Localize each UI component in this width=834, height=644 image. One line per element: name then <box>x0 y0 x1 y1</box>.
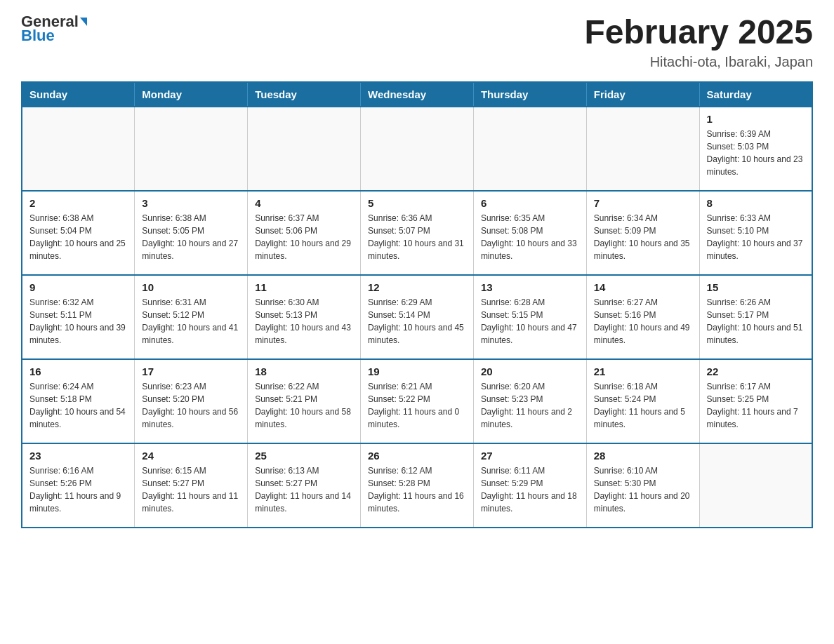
day-number: 17 <box>142 365 240 377</box>
location: Hitachi-ota, Ibaraki, Japan <box>584 54 813 70</box>
day-info: Sunrise: 6:38 AM Sunset: 5:04 PM Dayligh… <box>29 212 127 262</box>
day-info: Sunrise: 6:31 AM Sunset: 5:12 PM Dayligh… <box>142 296 240 347</box>
day-number: 1 <box>707 113 805 125</box>
calendar-cell: 15Sunrise: 6:26 AM Sunset: 5:17 PM Dayli… <box>699 275 812 359</box>
calendar-cell: 12Sunrise: 6:29 AM Sunset: 5:14 PM Dayli… <box>361 275 474 359</box>
calendar-cell <box>473 107 586 191</box>
calendar-cell <box>135 107 248 191</box>
day-info: Sunrise: 6:32 AM Sunset: 5:11 PM Dayligh… <box>29 296 127 347</box>
logo-blue: Blue <box>21 28 55 43</box>
day-number: 21 <box>594 365 692 377</box>
day-info: Sunrise: 6:22 AM Sunset: 5:21 PM Dayligh… <box>255 380 353 431</box>
weekday-header-thursday: Thursday <box>473 82 586 107</box>
day-info: Sunrise: 6:23 AM Sunset: 5:20 PM Dayligh… <box>142 380 240 431</box>
day-info: Sunrise: 6:33 AM Sunset: 5:10 PM Dayligh… <box>707 212 805 262</box>
day-info: Sunrise: 6:13 AM Sunset: 5:27 PM Dayligh… <box>255 464 353 515</box>
calendar-cell: 28Sunrise: 6:10 AM Sunset: 5:30 PM Dayli… <box>586 443 699 528</box>
calendar-cell: 3Sunrise: 6:38 AM Sunset: 5:05 PM Daylig… <box>135 191 248 275</box>
weekday-row: SundayMondayTuesdayWednesdayThursdayFrid… <box>22 82 812 107</box>
calendar-cell: 26Sunrise: 6:12 AM Sunset: 5:28 PM Dayli… <box>361 443 474 528</box>
day-info: Sunrise: 6:18 AM Sunset: 5:24 PM Dayligh… <box>594 380 692 431</box>
weekday-header-friday: Friday <box>586 82 699 107</box>
day-info: Sunrise: 6:11 AM Sunset: 5:29 PM Dayligh… <box>481 464 579 515</box>
calendar-cell: 5Sunrise: 6:36 AM Sunset: 5:07 PM Daylig… <box>361 191 474 275</box>
calendar-cell <box>586 107 699 191</box>
title-block: February 2025 Hitachi-ota, Ibaraki, Japa… <box>584 14 813 70</box>
weekday-header-monday: Monday <box>135 82 248 107</box>
day-number: 16 <box>29 365 127 377</box>
day-number: 2 <box>29 197 127 209</box>
day-number: 19 <box>368 365 466 377</box>
calendar-cell: 13Sunrise: 6:28 AM Sunset: 5:15 PM Dayli… <box>473 275 586 359</box>
day-number: 8 <box>707 197 805 209</box>
day-number: 24 <box>142 450 240 462</box>
calendar-cell: 18Sunrise: 6:22 AM Sunset: 5:21 PM Dayli… <box>248 359 361 443</box>
day-number: 11 <box>255 281 353 293</box>
day-info: Sunrise: 6:17 AM Sunset: 5:25 PM Dayligh… <box>707 380 805 431</box>
calendar-cell: 6Sunrise: 6:35 AM Sunset: 5:08 PM Daylig… <box>473 191 586 275</box>
day-number: 22 <box>707 365 805 377</box>
day-info: Sunrise: 6:27 AM Sunset: 5:16 PM Dayligh… <box>594 296 692 347</box>
day-number: 26 <box>368 450 466 462</box>
calendar-cell <box>22 107 135 191</box>
calendar-table: SundayMondayTuesdayWednesdayThursdayFrid… <box>21 81 813 528</box>
calendar-cell: 16Sunrise: 6:24 AM Sunset: 5:18 PM Dayli… <box>22 359 135 443</box>
day-info: Sunrise: 6:16 AM Sunset: 5:26 PM Dayligh… <box>29 464 127 515</box>
calendar-cell: 14Sunrise: 6:27 AM Sunset: 5:16 PM Dayli… <box>586 275 699 359</box>
day-info: Sunrise: 6:29 AM Sunset: 5:14 PM Dayligh… <box>368 296 466 347</box>
day-number: 10 <box>142 281 240 293</box>
day-info: Sunrise: 6:35 AM Sunset: 5:08 PM Dayligh… <box>481 212 579 262</box>
day-number: 28 <box>594 450 692 462</box>
day-info: Sunrise: 6:39 AM Sunset: 5:03 PM Dayligh… <box>707 128 805 178</box>
calendar-cell: 17Sunrise: 6:23 AM Sunset: 5:20 PM Dayli… <box>135 359 248 443</box>
day-number: 14 <box>594 281 692 293</box>
day-info: Sunrise: 6:12 AM Sunset: 5:28 PM Dayligh… <box>368 464 466 515</box>
day-info: Sunrise: 6:36 AM Sunset: 5:07 PM Dayligh… <box>368 212 466 262</box>
day-number: 13 <box>481 281 579 293</box>
calendar-cell: 2Sunrise: 6:38 AM Sunset: 5:04 PM Daylig… <box>22 191 135 275</box>
calendar-cell: 7Sunrise: 6:34 AM Sunset: 5:09 PM Daylig… <box>586 191 699 275</box>
calendar-week-row: 23Sunrise: 6:16 AM Sunset: 5:26 PM Dayli… <box>22 443 812 528</box>
calendar-week-row: 2Sunrise: 6:38 AM Sunset: 5:04 PM Daylig… <box>22 191 812 275</box>
calendar-cell: 27Sunrise: 6:11 AM Sunset: 5:29 PM Dayli… <box>473 443 586 528</box>
day-info: Sunrise: 6:38 AM Sunset: 5:05 PM Dayligh… <box>142 212 240 262</box>
calendar-cell: 4Sunrise: 6:37 AM Sunset: 5:06 PM Daylig… <box>248 191 361 275</box>
calendar-cell: 23Sunrise: 6:16 AM Sunset: 5:26 PM Dayli… <box>22 443 135 528</box>
weekday-header-sunday: Sunday <box>22 82 135 107</box>
calendar-header: SundayMondayTuesdayWednesdayThursdayFrid… <box>22 82 812 107</box>
calendar-cell: 19Sunrise: 6:21 AM Sunset: 5:22 PM Dayli… <box>361 359 474 443</box>
day-number: 18 <box>255 365 353 377</box>
day-info: Sunrise: 6:26 AM Sunset: 5:17 PM Dayligh… <box>707 296 805 347</box>
page-header: General Blue February 2025 Hitachi-ota, … <box>21 14 813 70</box>
weekday-header-tuesday: Tuesday <box>248 82 361 107</box>
day-info: Sunrise: 6:21 AM Sunset: 5:22 PM Dayligh… <box>368 380 466 431</box>
day-info: Sunrise: 6:20 AM Sunset: 5:23 PM Dayligh… <box>481 380 579 431</box>
day-info: Sunrise: 6:10 AM Sunset: 5:30 PM Dayligh… <box>594 464 692 515</box>
day-number: 27 <box>481 450 579 462</box>
day-info: Sunrise: 6:15 AM Sunset: 5:27 PM Dayligh… <box>142 464 240 515</box>
day-number: 25 <box>255 450 353 462</box>
calendar-cell: 20Sunrise: 6:20 AM Sunset: 5:23 PM Dayli… <box>473 359 586 443</box>
day-number: 23 <box>29 450 127 462</box>
weekday-header-wednesday: Wednesday <box>361 82 474 107</box>
day-info: Sunrise: 6:24 AM Sunset: 5:18 PM Dayligh… <box>29 380 127 431</box>
calendar-cell <box>699 443 812 528</box>
calendar-cell: 1Sunrise: 6:39 AM Sunset: 5:03 PM Daylig… <box>699 107 812 191</box>
calendar-week-row: 1Sunrise: 6:39 AM Sunset: 5:03 PM Daylig… <box>22 107 812 191</box>
day-number: 15 <box>707 281 805 293</box>
logo: General Blue <box>21 14 87 43</box>
day-number: 3 <box>142 197 240 209</box>
day-number: 12 <box>368 281 466 293</box>
calendar-week-row: 16Sunrise: 6:24 AM Sunset: 5:18 PM Dayli… <box>22 359 812 443</box>
day-number: 5 <box>368 197 466 209</box>
calendar-cell: 24Sunrise: 6:15 AM Sunset: 5:27 PM Dayli… <box>135 443 248 528</box>
day-number: 4 <box>255 197 353 209</box>
day-info: Sunrise: 6:37 AM Sunset: 5:06 PM Dayligh… <box>255 212 353 262</box>
calendar-week-row: 9Sunrise: 6:32 AM Sunset: 5:11 PM Daylig… <box>22 275 812 359</box>
calendar-cell: 22Sunrise: 6:17 AM Sunset: 5:25 PM Dayli… <box>699 359 812 443</box>
calendar-cell <box>361 107 474 191</box>
calendar-cell <box>248 107 361 191</box>
calendar-cell: 9Sunrise: 6:32 AM Sunset: 5:11 PM Daylig… <box>22 275 135 359</box>
day-info: Sunrise: 6:28 AM Sunset: 5:15 PM Dayligh… <box>481 296 579 347</box>
day-info: Sunrise: 6:34 AM Sunset: 5:09 PM Dayligh… <box>594 212 692 262</box>
